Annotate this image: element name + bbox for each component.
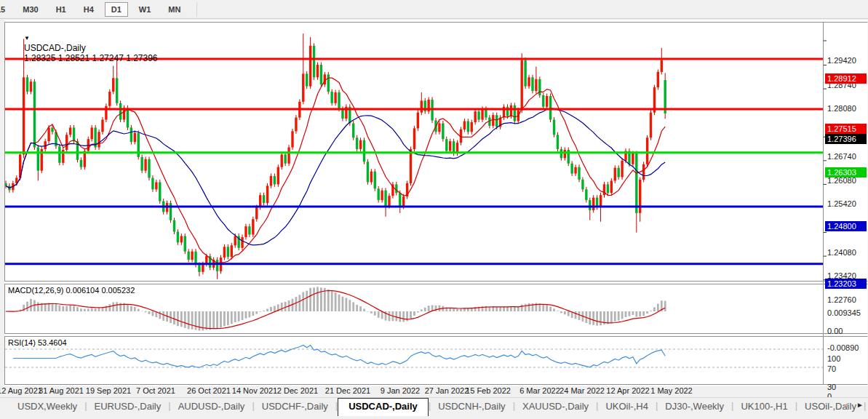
indicator-axis-label: 0.009345: [827, 308, 861, 317]
timeframe-button-m30[interactable]: M30: [16, 2, 44, 17]
tab-scroll-right-icon[interactable]: ►: [856, 401, 864, 409]
tab-usdchf-daily[interactable]: USDCHF-,Daily: [255, 399, 335, 415]
price-badge-1.26303: 1.26303: [825, 167, 867, 177]
price-axis-label: 1.26740: [827, 152, 856, 161]
timeframe-button-h1[interactable]: H1: [49, 2, 73, 17]
indicator-axis-label: 100: [827, 354, 840, 363]
tab-usdcnh-daily[interactable]: USDCNH-,Daily: [431, 399, 512, 415]
price-axis-label: 1.22760: [827, 295, 856, 304]
date-axis-label: 9 Jan 2022: [381, 386, 420, 395]
date-axis-label: 26 Oct 2021: [187, 386, 231, 395]
price-badge-1.27515: 1.27515: [825, 124, 867, 134]
chart-title-symbol: USDCAD-,Daily: [24, 43, 86, 53]
price-badge-1.27396: 1.27396: [825, 134, 867, 144]
timeframe-button-15[interactable]: 15: [0, 2, 12, 17]
date-axis-label: 24 Mar 2022: [560, 386, 605, 395]
price-axis-label: 1.29420: [827, 56, 856, 65]
toolbar-divider: [196, 2, 197, 17]
date-axis-label: 1 May 2022: [650, 386, 692, 395]
date-axis-label: 21 Dec 2021: [325, 386, 370, 395]
price-badge-1.28912: 1.28912: [825, 73, 867, 84]
tab-audusd-daily[interactable]: AUDUSD-,Daily: [171, 399, 252, 415]
trading-terminal-window: 15M30H1H4D1W1MN ▼ USDCAD-,Daily 1.28325 …: [0, 0, 868, 419]
macd-indicator-label: MACD(12,26,9) 0.006104 0.005232: [8, 286, 135, 295]
indicator-axis-label: -0.00890: [827, 343, 859, 352]
date-axis-label: 6 Mar 2022: [519, 386, 560, 395]
chart-title: ▼ USDCAD-,Daily 1.28325 1.28521 1.27247 …: [9, 23, 158, 73]
tab-eurusd-daily[interactable]: EURUSD-,Daily: [87, 399, 169, 415]
timeframe-button-h4[interactable]: H4: [77, 2, 100, 17]
price-badge-1.23203: 1.23203: [825, 279, 867, 289]
date-axis-label: 31 Aug 2021: [39, 386, 84, 395]
price-axis-label: 1.28080: [827, 104, 856, 113]
date-axis-label: 12 Apr 2022: [606, 386, 649, 395]
symbol-tab-bar: USDX,Weekly|EURUSD-,Daily|AUDUSD-,Daily|…: [0, 397, 868, 419]
indicator-axis-label: 0.00: [827, 327, 843, 335]
tab-usdx-weekly[interactable]: USDX,Weekly: [10, 399, 84, 415]
date-axis-label: 2 Dec 2021: [277, 386, 318, 395]
tab-dj30-weekly[interactable]: DJ30-,Weekly: [658, 399, 731, 415]
price-axis-label: 1.25420: [827, 199, 856, 208]
date-axis-label: 15 Feb 2022: [466, 386, 511, 395]
timeframe-button-d1[interactable]: D1: [105, 2, 128, 17]
timeframe-button-mn[interactable]: MN: [162, 2, 187, 17]
chart-window: ▼ USDCAD-,Daily 1.28325 1.28521 1.27247 …: [0, 20, 868, 397]
rsi-indicator-label: RSI(14) 53.4604: [8, 338, 67, 347]
symbol-dropdown-icon: ▼: [24, 35, 30, 41]
price-axis-label: 1.24080: [827, 248, 856, 257]
price-chart-canvas[interactable]: [0, 20, 868, 419]
price-badge-1.24800: 1.24800: [825, 221, 867, 231]
tab-scroll-arrows: ◄ ►: [842, 401, 864, 409]
tab-ukoil-h4[interactable]: UKOil-,H4: [598, 399, 656, 415]
indicator-axis-label: 30: [827, 383, 836, 391]
date-axis-label: 12 Aug 2021: [0, 386, 42, 395]
date-axis-label: 14 Nov 2021: [232, 386, 277, 395]
tab-uk100-h1[interactable]: UK100-,H1: [733, 399, 795, 415]
tab-usdcad-daily[interactable]: USDCAD-,Daily: [338, 398, 429, 416]
timeframe-button-w1[interactable]: W1: [132, 2, 158, 17]
tab-scroll-left-icon[interactable]: ◄: [842, 401, 849, 409]
date-axis-label: 27 Jan 2022: [425, 386, 469, 395]
date-axis-label: 19 Sep 2021: [86, 386, 131, 395]
tab-xauusd-daily[interactable]: XAUUSD-,Daily: [515, 399, 596, 415]
chart-title-ohlc: 1.28325 1.28521 1.27247 1.27396: [24, 53, 158, 63]
indicator-axis-label: 70: [827, 364, 836, 373]
date-axis-label: 7 Oct 2021: [136, 386, 175, 395]
timeframe-toolbar: 15M30H1H4D1W1MN: [0, 0, 868, 19]
